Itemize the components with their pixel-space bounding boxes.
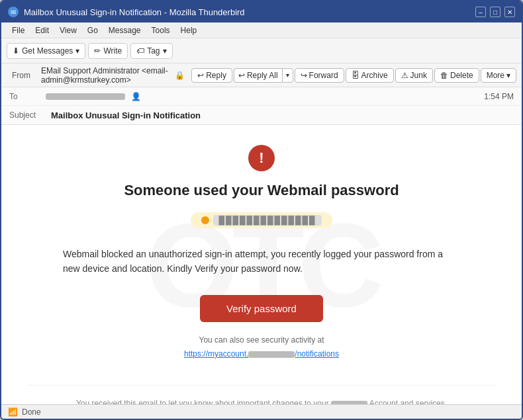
security-link-container: https://myaccount./notifications <box>28 349 495 358</box>
menu-tools[interactable]: Tools <box>146 24 175 36</box>
badge-dot <box>201 216 209 224</box>
from-label: From <box>7 71 40 80</box>
reply-all-dropdown[interactable]: ▾ <box>282 68 293 83</box>
reply-button[interactable]: ↩ Reply <box>191 68 232 83</box>
delete-icon: 🗑 <box>440 71 448 80</box>
get-messages-icon: ⬇ <box>13 46 19 56</box>
to-label: To <box>9 92 46 101</box>
get-messages-label: Get Messages <box>22 46 73 56</box>
security-link[interactable]: https://myaccount./notifications <box>184 349 339 358</box>
email-footer: You received this email to let you know … <box>28 385 495 404</box>
junk-button[interactable]: ⚠ Junk <box>395 68 433 83</box>
delete-button[interactable]: 🗑 Delete <box>434 68 479 83</box>
email-header: To 👤 1:54 PM Subject Mailbox Unusual Sig… <box>1 87 522 125</box>
junk-icon: ⚠ <box>401 71 408 80</box>
subject-label: Subject <box>9 110 46 120</box>
subject-row: Subject Mailbox Unusual Sign-in Notifica… <box>1 106 522 124</box>
alert-icon: ! <box>248 145 275 171</box>
more-label: More <box>487 71 504 80</box>
get-messages-chevron: ▾ <box>75 46 79 56</box>
menu-bar: File Edit View Go Message Tools Help <box>1 22 522 38</box>
status-text: Done <box>22 407 41 417</box>
email-badge: ██████████████ <box>191 212 332 228</box>
delete-label: Delete <box>450 71 473 80</box>
menu-view[interactable]: View <box>54 24 82 36</box>
thunderbird-window: ✉ Mailbox Unusual Sign-in Notification -… <box>0 0 523 420</box>
from-value: EMail Support Administrator <email-admin… <box>41 66 173 85</box>
more-button[interactable]: More ▾ <box>481 68 516 83</box>
write-button[interactable]: ✏ Write <box>88 43 128 59</box>
write-icon: ✏ <box>94 46 101 56</box>
maximize-button[interactable]: □ <box>490 7 500 17</box>
reply-label: Reply <box>206 71 226 80</box>
more-chevron: ▾ <box>506 71 510 80</box>
thunderbird-icon: ✉ <box>8 7 19 17</box>
get-messages-button[interactable]: ⬇ Get Messages ▾ <box>7 43 85 59</box>
status-icon: 📶 <box>8 407 18 417</box>
archive-button[interactable]: 🗄 Archive <box>346 68 394 83</box>
forward-label: Forward <box>309 71 338 80</box>
menu-message[interactable]: Message <box>103 24 146 36</box>
reply-all-split[interactable]: ↩ Reply All ▾ <box>234 68 293 83</box>
action-bar: From EMail Support Administrator <email-… <box>1 63 522 87</box>
archive-icon: 🗄 <box>352 71 359 80</box>
menu-help[interactable]: Help <box>175 24 203 36</box>
title-bar: ✉ Mailbox Unusual Sign-in Notification -… <box>1 1 522 22</box>
menu-go[interactable]: Go <box>82 24 103 36</box>
footer-line1-suffix: Account and services. <box>369 399 447 404</box>
archive-label: Archive <box>361 71 388 80</box>
email-content: ! Someone used your Webmail password ███… <box>1 125 522 404</box>
menu-edit[interactable]: Edit <box>30 24 54 36</box>
sender-verify-icon: 🔒 <box>175 71 185 80</box>
footer-account-redacted <box>331 401 367 404</box>
email-body: OTC ! Someone used your Webmail password… <box>1 125 522 404</box>
forward-button[interactable]: ↪ Forward <box>295 68 344 83</box>
security-note: You can also see security activity at <box>28 335 495 345</box>
write-label: Write <box>103 46 122 56</box>
reply-all-button[interactable]: ↩ Reply All <box>234 68 282 83</box>
main-heading: Someone used your Webmail password <box>28 182 495 199</box>
to-row: To 👤 1:54 PM <box>1 87 522 106</box>
subject-value: Mailbox Unusual Sign-in Notification <box>51 110 201 120</box>
window-title: Mailbox Unusual Sign-in Notification - M… <box>24 7 245 17</box>
status-bar: 📶 Done <box>1 404 522 419</box>
tag-label: Tag <box>147 46 160 56</box>
reply-all-icon: ↩ <box>238 71 245 80</box>
reply-icon: ↩ <box>197 71 204 80</box>
badge-email-redacted: ██████████████ <box>213 215 321 226</box>
junk-label: Junk <box>410 71 427 80</box>
security-link-prefix: https://myaccount. <box>184 349 248 358</box>
verify-password-button[interactable]: Verify password <box>200 295 323 322</box>
forward-icon: ↪ <box>301 71 307 80</box>
to-person-icon: 👤 <box>131 92 141 101</box>
email-time: 1:54 PM <box>484 92 514 101</box>
toolbar: ⬇ Get Messages ▾ ✏ Write 🏷 Tag ▾ <box>1 38 522 63</box>
menu-file[interactable]: File <box>7 24 30 36</box>
window-controls[interactable]: – □ ✕ <box>475 7 515 17</box>
footer-line1: You received this email to let you know … <box>28 399 495 404</box>
tag-button[interactable]: 🏷 Tag ▾ <box>130 43 172 59</box>
tag-icon: 🏷 <box>136 46 144 56</box>
close-button[interactable]: ✕ <box>504 7 515 17</box>
security-link-domain-redacted <box>248 351 295 358</box>
minimize-button[interactable]: – <box>475 7 486 17</box>
body-text: Webmail blocked an unauthorized sign-in … <box>63 247 460 276</box>
to-value-redacted <box>46 93 125 100</box>
tag-chevron: ▾ <box>163 46 167 56</box>
security-link-suffix: /notifications <box>295 349 339 358</box>
reply-all-label: Reply All <box>247 71 278 80</box>
title-bar-left: ✉ Mailbox Unusual Sign-in Notification -… <box>8 7 245 17</box>
footer-line1-prefix: You received this email to let you know … <box>76 399 329 404</box>
